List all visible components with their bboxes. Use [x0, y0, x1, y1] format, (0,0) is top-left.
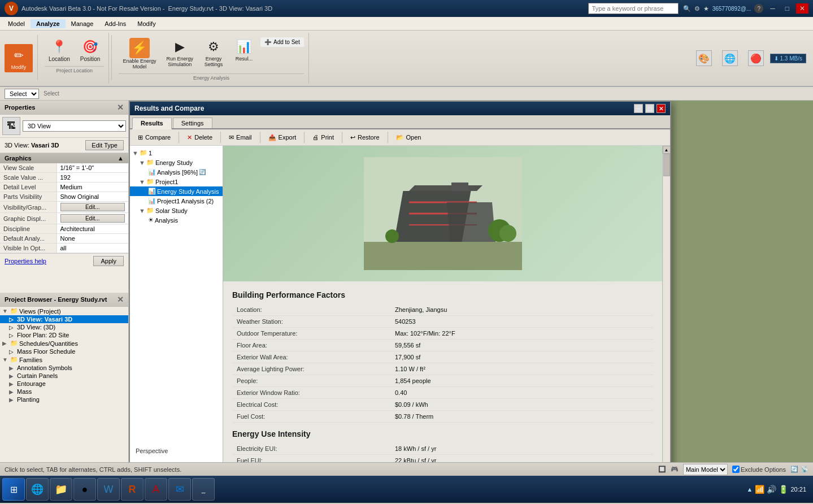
- taskbar-chrome[interactable]: ●: [73, 478, 96, 501]
- visibility-edit-btn[interactable]: Edit...: [60, 203, 125, 211]
- dialog-close-btn[interactable]: ✕: [657, 104, 666, 113]
- prop-label-visibility-graphics: Visibility/Grap...: [0, 202, 56, 213]
- menu-addins[interactable]: Add-Ins: [99, 19, 132, 28]
- properties-header: Properties ✕: [0, 101, 128, 115]
- tab-settings[interactable]: Settings: [173, 118, 212, 128]
- restore-btn[interactable]: ↩ Restore: [347, 133, 383, 142]
- tree-item-curtain-panels[interactable]: ▶ Curtain Panels: [0, 372, 128, 380]
- taskbar-acrobat[interactable]: A: [145, 478, 167, 501]
- scroll-up-btn[interactable]: ▲: [663, 146, 671, 154]
- tree-item-3d[interactable]: ▷ 3D View: (3D): [0, 323, 128, 331]
- scroll-track[interactable]: [663, 154, 670, 462]
- exclude-options-checkbox[interactable]: [732, 466, 740, 473]
- prop-value-view-scale[interactable]: 1/16" = 1'-0": [56, 163, 128, 173]
- word-icon: W: [104, 484, 114, 496]
- toolbar-icon-1[interactable]: 🎨: [692, 47, 716, 69]
- menu-analyze[interactable]: Analyze: [31, 19, 66, 28]
- keyword-search[interactable]: [588, 3, 679, 14]
- run-simulation-btn[interactable]: ▶ Run EnergySimulation: [162, 35, 197, 70]
- tree-node-solar-study[interactable]: ▼ 📁 Solar Study: [130, 206, 223, 215]
- taskbar-outlook[interactable]: ✉: [168, 478, 191, 501]
- dialog-maximize-btn[interactable]: □: [645, 104, 654, 113]
- modify-ribbon-btn[interactable]: ✏ Modify: [5, 44, 33, 72]
- compare-btn[interactable]: ⊞ Compare: [134, 133, 174, 142]
- apply-button[interactable]: Apply: [93, 256, 124, 266]
- tree-item-mass[interactable]: ▶ Mass: [0, 388, 128, 396]
- menu-modify[interactable]: Modify: [132, 19, 161, 28]
- export-btn[interactable]: 📤 Export: [265, 133, 300, 142]
- start-button[interactable]: ⊞: [2, 478, 25, 501]
- taskbar-cmd[interactable]: _: [192, 478, 215, 501]
- position-btn[interactable]: 🎯 Position: [76, 35, 105, 65]
- edit-type-button[interactable]: Edit Type: [85, 140, 124, 150]
- tree-item-planting[interactable]: ▶ Planting: [0, 396, 128, 403]
- energy-settings-btn[interactable]: ⚙ EnergySettings: [199, 35, 228, 70]
- value-exterior-wall: 17,900 sf: [390, 351, 653, 363]
- sync-icon1[interactable]: 🔄: [790, 466, 798, 473]
- graphics-collapse-icon: ▲: [118, 155, 124, 162]
- tree-families-header[interactable]: ▼ 📁 Families: [0, 355, 128, 364]
- view-cube-icon[interactable]: 🔲: [658, 466, 666, 473]
- location-btn[interactable]: 📍 Location: [45, 35, 74, 65]
- properties-help-link[interactable]: Properties help: [5, 258, 46, 264]
- prop-value-discipline[interactable]: Architectural: [56, 224, 128, 234]
- toolbar-icon-3[interactable]: 🔴: [744, 47, 768, 69]
- tree-node-1[interactable]: ▼ 📁 1: [130, 148, 223, 158]
- prop-value-visible-in-opt[interactable]: all: [56, 244, 128, 253]
- taskbar-word[interactable]: W: [97, 478, 120, 501]
- tree-node-project1-analysis2[interactable]: 📊 Project1 Analysis (2): [130, 196, 223, 206]
- enable-energy-model-btn[interactable]: ⚡ Enable EnergyModel: [119, 35, 160, 72]
- prop-value-detail-level[interactable]: Medium: [56, 183, 128, 192]
- scroll-thumb[interactable]: [663, 154, 670, 176]
- project-browser-close-btn[interactable]: ✕: [117, 295, 124, 304]
- open-btn[interactable]: 📂 Open: [393, 133, 425, 142]
- favorites-icon[interactable]: ★: [703, 5, 709, 12]
- minimize-button[interactable]: ─: [767, 3, 779, 14]
- close-button[interactable]: ✕: [796, 3, 808, 14]
- views-folder-icon: 📁: [10, 307, 18, 315]
- results-btn[interactable]: 📊 Resul...: [230, 35, 258, 64]
- dialog-minimize-btn[interactable]: ─: [634, 104, 643, 113]
- tree-node-analysis[interactable]: 📊 Analysis [96%] 🔄: [130, 167, 223, 177]
- add-to-set-btn[interactable]: ➕ Add to Set: [260, 37, 304, 47]
- print-btn[interactable]: 🖨 Print: [309, 133, 337, 142]
- network-icon[interactable]: 📡: [801, 466, 808, 473]
- menu-model[interactable]: Model: [2, 19, 31, 28]
- select-dropdown[interactable]: Select: [5, 89, 39, 99]
- delete-btn[interactable]: ✕ Delete: [184, 133, 216, 142]
- tree-item-annotation[interactable]: ▶ Annotation Symbols: [0, 364, 128, 372]
- prop-value-scale-value[interactable]: 192: [56, 173, 128, 183]
- email-btn[interactable]: ✉ Email: [225, 133, 255, 142]
- taskbar-ie[interactable]: 🌐: [26, 478, 49, 501]
- settings-icon: ⚙: [205, 38, 223, 56]
- view-type-dropdown[interactable]: 3D View: [23, 120, 126, 132]
- graphics-section-header[interactable]: Graphics ▲: [0, 153, 128, 163]
- tree-item-mass-floor[interactable]: ▷ Mass Floor Schedule: [0, 347, 128, 355]
- prop-value-default-analysis[interactable]: None: [56, 234, 128, 244]
- tree-node-project1[interactable]: ▼ 📁 Project1: [130, 177, 223, 186]
- menu-manage[interactable]: Manage: [66, 19, 99, 28]
- steering-wheel-icon[interactable]: 🎮: [671, 466, 679, 473]
- properties-close-btn[interactable]: ✕: [117, 103, 124, 112]
- prop-value-parts-visibility[interactable]: Show Original: [56, 192, 128, 202]
- spinner-icon: 🔄: [199, 169, 206, 175]
- tree-node-energy-study-analysis[interactable]: 📊 Energy Study Analysis: [130, 186, 223, 196]
- tree-node-solar-analysis[interactable]: ☀ Analysis: [130, 215, 223, 225]
- maximize-button[interactable]: □: [782, 3, 793, 14]
- taskbar-revit[interactable]: R: [121, 478, 144, 501]
- toolbar-icon-2[interactable]: 🌐: [718, 47, 742, 69]
- search-icon[interactable]: 🔍: [683, 5, 691, 12]
- node1-folder-icon: 📁: [140, 149, 147, 157]
- tree-item-entourage[interactable]: ▶ Entourage: [0, 380, 128, 388]
- tree-schedules-header[interactable]: ▶ 📁 Schedules/Quantities: [0, 339, 128, 347]
- main-model-dropdown[interactable]: Main Model: [683, 464, 728, 475]
- help-icon[interactable]: ?: [754, 4, 763, 13]
- infocenter-icon[interactable]: ⚙: [694, 5, 700, 12]
- tree-item-vasari3d[interactable]: ▷ 3D View: Vasari 3D: [0, 315, 128, 323]
- graphic-display-edit-btn[interactable]: Edit...: [60, 214, 125, 223]
- tree-item-2dsite[interactable]: ▷ Floor Plan: 2D Site: [0, 331, 128, 339]
- tab-results[interactable]: Results: [132, 118, 172, 129]
- tree-node-energy-study[interactable]: ▼ 📁 Energy Study: [130, 158, 223, 167]
- tree-views-header[interactable]: ▼ 📁 Views (Project): [0, 307, 128, 315]
- taskbar-explorer[interactable]: 📁: [50, 478, 72, 501]
